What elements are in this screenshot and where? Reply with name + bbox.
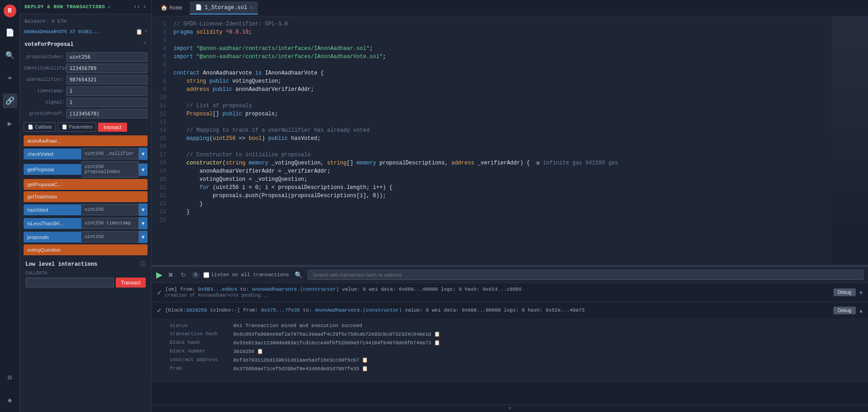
debug-icon-btn[interactable]: 🔗: [3, 94, 17, 108]
contract-selector[interactable]: ANONAADHAAARVOTE AT 0x5E3...: [24, 30, 134, 35]
tx2-blockhash-copy-btn[interactable]: 📋: [434, 340, 440, 346]
extensions-icon-btn[interactable]: ◆: [3, 393, 17, 407]
groth16-label: groth16Proof:: [24, 111, 64, 116]
groth16-input[interactable]: [66, 109, 148, 119]
collapse-panel-icon[interactable]: ‹: [143, 4, 147, 10]
refresh-button[interactable]: ↻: [179, 270, 188, 279]
method-anonaadhaar-btn[interactable]: anonAadhaar...: [24, 135, 148, 146]
tx2-blocknum-row: block number 3010258 📋: [170, 348, 859, 354]
tx2-collapse-button[interactable]: [859, 307, 863, 314]
tx2-status-icon: ✓: [157, 306, 162, 315]
tab-home[interactable]: 🏠 Home: [155, 2, 188, 14]
params-icon: 📑: [62, 124, 67, 129]
vote-section-title: voteForProposal: [25, 41, 74, 48]
user-nullifier-field: userNullifier:: [24, 75, 148, 84]
tx-search-input[interactable]: [308, 270, 863, 280]
signal-label: signal:: [24, 100, 64, 105]
tx2-details: status 0x1 Transaction mined and executi…: [152, 318, 868, 381]
deploy-header: DEPLOY & RUN TRANSACTIONS ✓ ›› ‹: [20, 0, 151, 14]
proposal-index-input[interactable]: [66, 52, 148, 62]
timestamp-label: timestamp:: [24, 89, 64, 94]
tx2-from-copy-btn[interactable]: 📋: [362, 366, 368, 372]
low-level-transact-label: Transact: [121, 280, 140, 285]
low-level-title: Low level interactions: [25, 261, 97, 268]
tx2-contractaddr-val: 0xf3e793112bd139b31361aae5a3f16e3ccd0f5c…: [233, 357, 368, 363]
method-getproposal-arrow[interactable]: [139, 164, 148, 176]
code-editor[interactable]: // SPDX-License-Identifier: GPL-3.0 prag…: [168, 16, 832, 265]
tx-summary-2[interactable]: ✓ [block:3010258 txIndex:-] from: 0x375.…: [152, 302, 868, 318]
tx2-status-row: status 0x1 Transaction mined and executi…: [170, 323, 859, 328]
method-proposals-arrow[interactable]: [139, 231, 148, 243]
low-level-info-icon[interactable]: ⓘ: [140, 260, 146, 268]
method-gettotalvotes-btn[interactable]: getTotalVotes: [24, 191, 148, 202]
timestamp-input[interactable]: [66, 86, 148, 96]
tx2-blocknum-val: 3010258 📋: [233, 348, 263, 354]
method-checkvoted-btn[interactable]: checkVoted: [24, 149, 81, 159]
listen-checkbox-input[interactable]: [203, 272, 209, 278]
method-hasvoted-btn[interactable]: hasVoted: [24, 204, 81, 215]
tx1-sub-text: creation of AnonAadhaarvote pending...: [165, 293, 830, 298]
tab-storage[interactable]: 📄 1_Storage.sol ✕: [190, 1, 258, 15]
low-level-transact-button[interactable]: Transact: [116, 278, 146, 288]
action-btn-row: 📄 Calldata 📑 Parameters transact: [24, 122, 148, 132]
top-bar: 🏠 Home 📄 1_Storage.sol ✕: [152, 0, 868, 16]
calldata-icon: 📄: [28, 124, 33, 129]
line-numbers: 12345 678910 1112131415 1617181920 21222…: [152, 16, 168, 265]
tx2-contractaddr-copy-btn[interactable]: 📋: [362, 357, 368, 363]
deploy-icon-btn[interactable]: ▶: [3, 116, 17, 131]
method-proposals-btn[interactable]: proposals: [24, 232, 81, 243]
resize-icon[interactable]: ▼: [508, 406, 511, 411]
search-icon-btn[interactable]: 🔍: [3, 48, 17, 63]
params-button[interactable]: 📑 Parameters: [58, 122, 97, 132]
home-label: Home: [169, 5, 182, 11]
tx2-blockhash-key: block hash: [170, 340, 233, 346]
tx2-from-val: 0x3750b9ae71cef5d29bef9e43486de91d78b7fe…: [233, 366, 368, 372]
expand-panel-icon[interactable]: ››: [133, 4, 140, 10]
method-getproposal-param: uint256 proposalIndex: [81, 161, 139, 178]
method-islessthan-arrow[interactable]: [139, 217, 148, 229]
tx2-blocknum-copy-btn[interactable]: 📋: [257, 348, 263, 354]
method-getproposalc-label: getProposalC...: [27, 182, 62, 187]
form-fields: proposalIndex: identityNullifier: userNu…: [24, 52, 148, 119]
method-hasvoted-param: uint256: [81, 204, 139, 215]
listen-checkbox-label[interactable]: listen on all transactions: [203, 272, 289, 278]
method-getproposalc-btn[interactable]: getProposalC...: [24, 179, 148, 190]
tab-close-icon[interactable]: ✕: [250, 5, 252, 10]
git-icon-btn[interactable]: ⚭: [3, 71, 17, 85]
method-islessthan-btn[interactable]: isLessThan3H...: [24, 218, 81, 229]
tx2-status-val: 0x1 Transaction mined and execution succ…: [233, 323, 362, 328]
vote-section-collapse[interactable]: ⌃: [143, 41, 147, 48]
bottom-toolbar: ▶ ✖ ↻ 0 listen on all transactions 🔍: [152, 267, 868, 283]
method-votingquestion-btn[interactable]: votingQuestion: [24, 244, 148, 255]
method-checkvoted-arrow[interactable]: [139, 148, 148, 160]
tx-summary-1[interactable]: ✓ [vm] from: 0x5B3...eddc4 to: AnonAadha…: [152, 283, 868, 302]
user-nullifier-input[interactable]: [66, 75, 148, 84]
method-hasvoted-arrow[interactable]: [139, 204, 148, 216]
tx-count-badge: 0: [192, 272, 200, 278]
files-icon[interactable]: 📄: [3, 25, 17, 40]
collapse-contract-icon[interactable]: ⌃: [144, 29, 148, 35]
tx-entry-1: ✓ [vm] from: 0x5B3...eddc4 to: AnonAadha…: [152, 283, 868, 302]
signal-input[interactable]: [66, 98, 148, 107]
clear-button[interactable]: ✖: [166, 270, 175, 279]
proposal-index-field: proposalIndex:: [24, 52, 148, 62]
copy-contract-icon[interactable]: 📋: [136, 29, 143, 35]
run-button[interactable]: ▶: [156, 270, 163, 280]
calldata-button[interactable]: 📄 Calldata: [24, 122, 56, 132]
method-hasvoted-row: hasVoted uint256: [24, 204, 148, 216]
settings-icon-btn[interactable]: ⚙: [3, 370, 17, 385]
transact-button[interactable]: transact: [98, 123, 127, 132]
method-getproposal-btn[interactable]: getProposal: [24, 164, 81, 175]
tx2-debug-button[interactable]: Debug: [833, 307, 856, 314]
method-proposals-row: proposals uint256: [24, 231, 148, 243]
tx1-debug-button[interactable]: Debug: [833, 288, 856, 296]
method-proposals-param: uint256: [81, 231, 139, 243]
tx1-expand-button[interactable]: [859, 289, 863, 296]
low-level-calldata-input[interactable]: [25, 278, 114, 288]
identity-nullifier-input[interactable]: [66, 64, 148, 73]
tx2-hash-copy-btn[interactable]: 📋: [434, 331, 440, 337]
tx2-blockhash-row: block hash 0x52e813ac12300da993a1fcd16cc…: [170, 340, 859, 346]
bottom-panel-footer: ▼: [152, 405, 868, 412]
icon-sidebar: R 📄 🔍 ⚭ 🔗 ▶ ⚙ ◆: [0, 0, 20, 412]
search-toggle-btn[interactable]: 🔍: [293, 270, 304, 279]
